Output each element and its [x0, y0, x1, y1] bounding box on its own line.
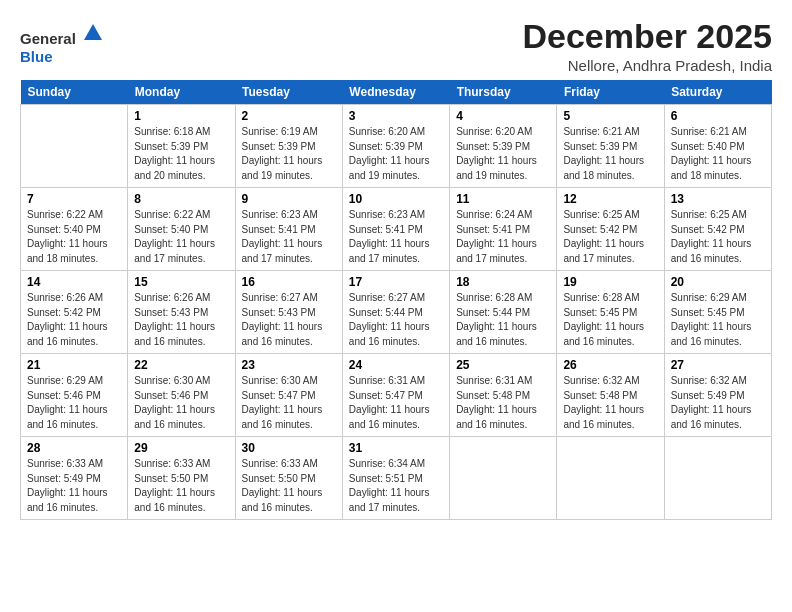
day-number: 29 — [134, 441, 228, 455]
day-number: 19 — [563, 275, 657, 289]
day-number: 13 — [671, 192, 765, 206]
day-info: Sunrise: 6:21 AMSunset: 5:40 PMDaylight:… — [671, 125, 765, 183]
calendar-cell: 25Sunrise: 6:31 AMSunset: 5:48 PMDayligh… — [450, 354, 557, 437]
calendar-cell: 28Sunrise: 6:33 AMSunset: 5:49 PMDayligh… — [21, 437, 128, 520]
day-number: 14 — [27, 275, 121, 289]
day-info: Sunrise: 6:34 AMSunset: 5:51 PMDaylight:… — [349, 457, 443, 515]
calendar-cell: 21Sunrise: 6:29 AMSunset: 5:46 PMDayligh… — [21, 354, 128, 437]
day-number: 7 — [27, 192, 121, 206]
calendar-header-cell: Thursday — [450, 80, 557, 105]
day-number: 3 — [349, 109, 443, 123]
calendar-cell: 18Sunrise: 6:28 AMSunset: 5:44 PMDayligh… — [450, 271, 557, 354]
day-info: Sunrise: 6:22 AMSunset: 5:40 PMDaylight:… — [27, 208, 121, 266]
day-number: 1 — [134, 109, 228, 123]
calendar-cell — [450, 437, 557, 520]
day-number: 12 — [563, 192, 657, 206]
day-number: 18 — [456, 275, 550, 289]
calendar-cell: 23Sunrise: 6:30 AMSunset: 5:47 PMDayligh… — [235, 354, 342, 437]
day-info: Sunrise: 6:25 AMSunset: 5:42 PMDaylight:… — [671, 208, 765, 266]
day-number: 11 — [456, 192, 550, 206]
day-info: Sunrise: 6:31 AMSunset: 5:48 PMDaylight:… — [456, 374, 550, 432]
calendar-cell: 4Sunrise: 6:20 AMSunset: 5:39 PMDaylight… — [450, 105, 557, 188]
logo-icon — [82, 22, 104, 44]
day-number: 23 — [242, 358, 336, 372]
calendar-header-cell: Friday — [557, 80, 664, 105]
day-info: Sunrise: 6:20 AMSunset: 5:39 PMDaylight:… — [349, 125, 443, 183]
calendar-cell: 10Sunrise: 6:23 AMSunset: 5:41 PMDayligh… — [342, 188, 449, 271]
calendar-cell: 1Sunrise: 6:18 AMSunset: 5:39 PMDaylight… — [128, 105, 235, 188]
calendar-header-cell: Tuesday — [235, 80, 342, 105]
calendar-header-cell: Wednesday — [342, 80, 449, 105]
page: General Blue December 2025 Nellore, Andh… — [0, 0, 792, 612]
day-number: 30 — [242, 441, 336, 455]
logo-general: General — [20, 30, 76, 47]
day-number: 4 — [456, 109, 550, 123]
day-info: Sunrise: 6:23 AMSunset: 5:41 PMDaylight:… — [242, 208, 336, 266]
calendar-cell: 20Sunrise: 6:29 AMSunset: 5:45 PMDayligh… — [664, 271, 771, 354]
calendar-header-cell: Monday — [128, 80, 235, 105]
calendar-row: 7Sunrise: 6:22 AMSunset: 5:40 PMDaylight… — [21, 188, 772, 271]
calendar-cell: 8Sunrise: 6:22 AMSunset: 5:40 PMDaylight… — [128, 188, 235, 271]
calendar-cell: 6Sunrise: 6:21 AMSunset: 5:40 PMDaylight… — [664, 105, 771, 188]
day-number: 20 — [671, 275, 765, 289]
day-info: Sunrise: 6:30 AMSunset: 5:46 PMDaylight:… — [134, 374, 228, 432]
calendar-cell: 27Sunrise: 6:32 AMSunset: 5:49 PMDayligh… — [664, 354, 771, 437]
title-area: December 2025 Nellore, Andhra Pradesh, I… — [522, 18, 772, 74]
calendar-cell: 22Sunrise: 6:30 AMSunset: 5:46 PMDayligh… — [128, 354, 235, 437]
logo-text: General Blue — [20, 22, 104, 66]
day-number: 27 — [671, 358, 765, 372]
calendar-table: SundayMondayTuesdayWednesdayThursdayFrid… — [20, 80, 772, 520]
day-number: 2 — [242, 109, 336, 123]
day-info: Sunrise: 6:31 AMSunset: 5:47 PMDaylight:… — [349, 374, 443, 432]
day-number: 17 — [349, 275, 443, 289]
day-number: 31 — [349, 441, 443, 455]
calendar-cell: 9Sunrise: 6:23 AMSunset: 5:41 PMDaylight… — [235, 188, 342, 271]
day-info: Sunrise: 6:24 AMSunset: 5:41 PMDaylight:… — [456, 208, 550, 266]
svg-marker-0 — [84, 24, 102, 40]
calendar-header-cell: Saturday — [664, 80, 771, 105]
calendar-cell: 19Sunrise: 6:28 AMSunset: 5:45 PMDayligh… — [557, 271, 664, 354]
calendar-cell: 14Sunrise: 6:26 AMSunset: 5:42 PMDayligh… — [21, 271, 128, 354]
calendar-row: 28Sunrise: 6:33 AMSunset: 5:49 PMDayligh… — [21, 437, 772, 520]
calendar-cell: 30Sunrise: 6:33 AMSunset: 5:50 PMDayligh… — [235, 437, 342, 520]
calendar-cell: 16Sunrise: 6:27 AMSunset: 5:43 PMDayligh… — [235, 271, 342, 354]
calendar-cell: 11Sunrise: 6:24 AMSunset: 5:41 PMDayligh… — [450, 188, 557, 271]
day-number: 5 — [563, 109, 657, 123]
day-info: Sunrise: 6:20 AMSunset: 5:39 PMDaylight:… — [456, 125, 550, 183]
day-number: 8 — [134, 192, 228, 206]
day-info: Sunrise: 6:18 AMSunset: 5:39 PMDaylight:… — [134, 125, 228, 183]
main-title: December 2025 — [522, 18, 772, 55]
day-info: Sunrise: 6:33 AMSunset: 5:50 PMDaylight:… — [134, 457, 228, 515]
calendar-cell — [557, 437, 664, 520]
calendar-header-cell: Sunday — [21, 80, 128, 105]
day-info: Sunrise: 6:28 AMSunset: 5:45 PMDaylight:… — [563, 291, 657, 349]
calendar-cell: 26Sunrise: 6:32 AMSunset: 5:48 PMDayligh… — [557, 354, 664, 437]
day-info: Sunrise: 6:27 AMSunset: 5:43 PMDaylight:… — [242, 291, 336, 349]
calendar-cell: 17Sunrise: 6:27 AMSunset: 5:44 PMDayligh… — [342, 271, 449, 354]
day-info: Sunrise: 6:22 AMSunset: 5:40 PMDaylight:… — [134, 208, 228, 266]
day-info: Sunrise: 6:19 AMSunset: 5:39 PMDaylight:… — [242, 125, 336, 183]
day-info: Sunrise: 6:33 AMSunset: 5:50 PMDaylight:… — [242, 457, 336, 515]
day-number: 6 — [671, 109, 765, 123]
day-number: 25 — [456, 358, 550, 372]
day-info: Sunrise: 6:33 AMSunset: 5:49 PMDaylight:… — [27, 457, 121, 515]
day-number: 16 — [242, 275, 336, 289]
calendar-row: 14Sunrise: 6:26 AMSunset: 5:42 PMDayligh… — [21, 271, 772, 354]
day-info: Sunrise: 6:32 AMSunset: 5:49 PMDaylight:… — [671, 374, 765, 432]
day-number: 24 — [349, 358, 443, 372]
calendar-row: 1Sunrise: 6:18 AMSunset: 5:39 PMDaylight… — [21, 105, 772, 188]
day-info: Sunrise: 6:29 AMSunset: 5:46 PMDaylight:… — [27, 374, 121, 432]
header: General Blue December 2025 Nellore, Andh… — [20, 18, 772, 74]
day-number: 26 — [563, 358, 657, 372]
logo-blue: Blue — [20, 48, 53, 65]
day-info: Sunrise: 6:25 AMSunset: 5:42 PMDaylight:… — [563, 208, 657, 266]
calendar-cell — [664, 437, 771, 520]
calendar-cell: 24Sunrise: 6:31 AMSunset: 5:47 PMDayligh… — [342, 354, 449, 437]
calendar-cell — [21, 105, 128, 188]
day-number: 10 — [349, 192, 443, 206]
day-info: Sunrise: 6:28 AMSunset: 5:44 PMDaylight:… — [456, 291, 550, 349]
day-info: Sunrise: 6:21 AMSunset: 5:39 PMDaylight:… — [563, 125, 657, 183]
day-info: Sunrise: 6:23 AMSunset: 5:41 PMDaylight:… — [349, 208, 443, 266]
day-info: Sunrise: 6:26 AMSunset: 5:42 PMDaylight:… — [27, 291, 121, 349]
day-info: Sunrise: 6:26 AMSunset: 5:43 PMDaylight:… — [134, 291, 228, 349]
